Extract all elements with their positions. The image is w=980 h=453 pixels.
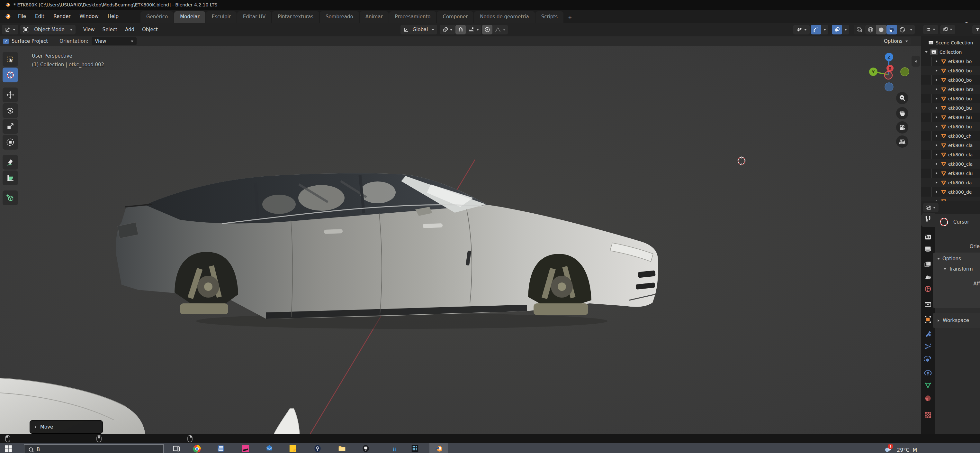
taskbar-app-keyboard[interactable] [216,445,225,453]
outliner-object-row[interactable]: etk800_bu [921,94,980,103]
scene-collection-row[interactable]: Scene Collection [921,38,980,47]
proportional-edit-toggle[interactable] [482,25,492,34]
collapse-icon[interactable] [936,182,937,184]
taskbar-app-grid[interactable] [411,445,419,453]
outliner-object-row[interactable]: etk800_cla [921,159,980,169]
tool-annotate[interactable] [3,155,18,169]
collection-row[interactable]: Collection [921,47,980,57]
transform-subpanel-header[interactable]: Transform [933,262,980,272]
shading-wireframe-button[interactable] [865,25,876,34]
xray-toggle[interactable] [854,25,865,34]
tab-object[interactable] [924,316,932,323]
outliner-object-row[interactable]: etk800_cla [921,150,980,159]
tab-material[interactable] [924,394,932,402]
outliner-object-row[interactable]: etk800_bo [921,57,980,66]
outliner-object-row[interactable]: etk800_bra [921,85,980,94]
tab-modelar[interactable]: Modelar [174,11,205,23]
collapse-icon[interactable] [936,126,937,128]
taskbar-app-navy[interactable] [313,445,322,453]
menu-view[interactable]: View [80,25,99,34]
tab-tool[interactable] [924,215,932,223]
outliner-object-row[interactable]: etk800_clu [921,169,980,178]
menu-select[interactable]: Select [99,25,121,34]
shading-material-button[interactable] [886,25,897,34]
properties-editor-type[interactable] [923,203,939,212]
falloff-selector[interactable] [492,25,508,34]
outliner-object-row[interactable]: etk800_bo [921,75,980,85]
collapse-icon[interactable] [936,153,937,156]
collapse-icon[interactable] [936,163,937,165]
visibility-selector[interactable] [793,25,810,34]
tab-physics[interactable] [924,356,932,364]
pan-button[interactable] [896,107,908,120]
snap-settings[interactable] [466,25,481,34]
outliner-display-mode[interactable] [923,25,938,34]
outliner-object-row[interactable]: etk800_ch [921,131,980,140]
editor-type-button[interactable] [2,25,18,34]
tab-generico[interactable]: Genérico [140,11,173,23]
outliner-filter-button[interactable] [972,25,980,34]
task-view-button[interactable] [172,445,181,453]
show-gizmo-toggle[interactable] [811,25,821,34]
taskbar-app-sails[interactable] [390,445,399,453]
tab-particles[interactable] [924,343,932,350]
workspace-panel[interactable]: Workspace [933,313,980,328]
shading-solid-button[interactable] [876,25,886,34]
tab-procesamiento[interactable]: Procesamiento [389,11,436,23]
pivot-point-selector[interactable] [440,25,455,34]
tab-output[interactable] [924,246,932,253]
collapse-icon[interactable] [936,79,937,81]
shading-settings[interactable] [908,25,915,34]
mode-selector[interactable]: Object Mode [20,25,76,34]
taskbar-search[interactable]: B [24,444,164,453]
tab-object-data[interactable] [924,381,932,389]
tool-select-box[interactable] [3,52,18,67]
tab-nodos-geometria[interactable]: Nodos de geometría [474,11,535,23]
tab-pintar-texturas[interactable]: Pintar texturas [272,11,319,23]
tool-transform[interactable] [3,135,18,150]
tab-sombreado[interactable]: Sombreado [320,11,359,23]
viewport-options-button[interactable]: Options [881,37,911,45]
outliner-object-row[interactable]: etk800_bu [921,122,980,131]
tool-add-cube[interactable] [3,190,18,205]
collapse-icon[interactable] [936,116,937,119]
tab-texture[interactable] [924,411,932,419]
outliner-object-row[interactable]: etk800_bo [921,66,980,75]
menu-window[interactable]: Window [75,11,103,21]
expanded-icon[interactable] [925,51,928,53]
camera-view-button[interactable] [896,121,908,134]
taskbar-app-pink[interactable] [241,445,250,453]
outliner-object-row[interactable]: etk800_bu [921,103,980,113]
outliner-object-row-partial[interactable] [921,196,980,201]
collapse-icon[interactable] [936,191,937,193]
shading-rendered-button[interactable] [897,25,908,34]
zoom-button[interactable] [896,92,908,104]
surface-project-checkbox[interactable]: ✓ [3,38,9,44]
tab-scripts[interactable]: Scripts [536,11,563,23]
tool-cursor[interactable] [3,67,18,82]
taskbar-app-mail[interactable] [265,445,274,453]
taskbar-app-dark[interactable] [361,445,370,453]
menu-object[interactable]: Object [138,25,162,34]
collapse-icon[interactable] [936,60,937,63]
tab-view-layer[interactable] [924,261,932,268]
operator-panel[interactable]: Move [30,420,103,434]
outliner-object-row[interactable]: etk800_de [921,187,980,196]
taskbar-sticky-notes[interactable] [289,445,297,453]
outliner-object-row[interactable]: etk800_da [921,178,980,187]
options-panel-header[interactable]: Options [933,252,980,262]
start-button[interactable] [5,445,12,453]
tab-world[interactable] [924,285,932,293]
menu-add[interactable]: Add [121,25,138,34]
taskbar-blender-active[interactable] [434,445,443,453]
tab-animar[interactable]: Animar [360,11,388,23]
collapse-icon[interactable] [936,144,937,147]
taskbar-chrome[interactable] [193,445,201,453]
tab-editar-uv[interactable]: Editar UV [237,11,271,23]
tab-scene[interactable] [924,273,932,281]
tool-move[interactable] [3,88,18,102]
sidebar-collapse-tab[interactable] [912,56,920,67]
outliner-object-row[interactable]: etk800_bu [921,113,980,122]
gizmo-settings[interactable] [821,25,828,34]
outliner-filter-mode[interactable] [940,25,955,34]
